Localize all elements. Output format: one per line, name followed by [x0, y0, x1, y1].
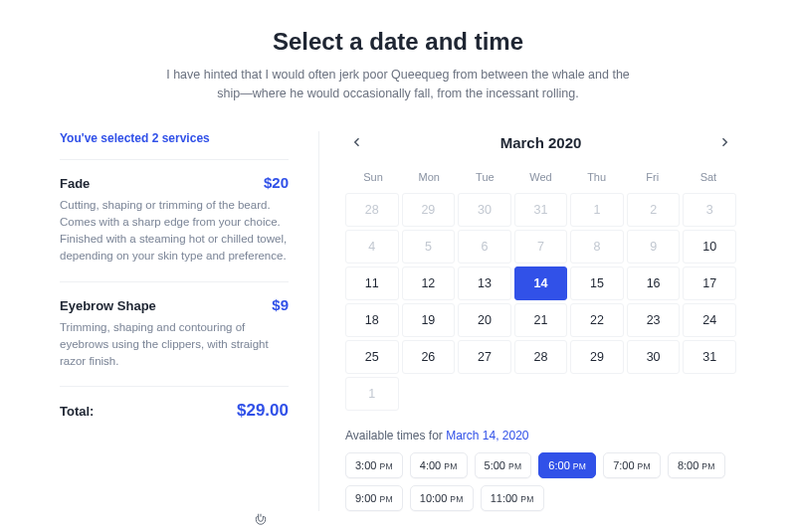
prev-month-button[interactable] — [345, 131, 369, 155]
calendar-day[interactable]: 24 — [683, 303, 736, 337]
time-slot-ampm: PM — [520, 494, 533, 504]
time-slot-time: 11:00 — [491, 492, 518, 504]
calendar-day[interactable]: 26 — [402, 340, 456, 374]
calendar-day[interactable]: 25 — [345, 340, 399, 374]
calendar-day: 6 — [458, 230, 511, 264]
service-price: $20 — [264, 174, 289, 191]
page-subtitle: I have hinted that I would often jerk po… — [159, 66, 637, 103]
time-slot-time: 7:00 — [613, 459, 634, 471]
calendar-day[interactable]: 28 — [514, 340, 568, 374]
calendar-day: 3 — [683, 193, 736, 227]
calendar-dow-label: Tue — [457, 167, 512, 187]
chevron-right-icon — [718, 134, 730, 152]
calendar-day[interactable]: 22 — [570, 303, 624, 337]
calendar-day[interactable]: 11 — [345, 266, 399, 300]
calendar-day[interactable]: 12 — [402, 266, 456, 300]
calendar-day: 1 — [345, 377, 399, 411]
calendar-dow-label: Thu — [569, 167, 625, 187]
time-slot[interactable]: 9:00PM — [345, 485, 403, 511]
calendar-day: 2 — [627, 193, 681, 227]
calendar-day[interactable]: 31 — [683, 340, 736, 374]
time-slot-ampm: PM — [379, 494, 392, 504]
time-slot[interactable]: 11:00PM — [481, 485, 544, 511]
page-title: Select a date and time — [60, 28, 736, 56]
summary-panel: You've selected 2 services Fade $20 Cutt… — [60, 131, 289, 511]
time-slot[interactable]: 10:00PM — [410, 485, 474, 511]
calendar-day[interactable]: 13 — [458, 266, 511, 300]
calendar-day: 7 — [514, 230, 568, 264]
time-slot-time: 3:00 — [355, 459, 376, 471]
service-desc: Trimming, shaping and contouring of eyeb… — [60, 319, 289, 371]
time-slot-ampm: PM — [638, 461, 651, 471]
time-slot-ampm: PM — [379, 461, 392, 471]
time-slot-ampm: PM — [450, 494, 463, 504]
time-slot-time: 10:00 — [420, 492, 448, 504]
time-slot-ampm: PM — [444, 461, 457, 471]
time-slot-time: 8:00 — [678, 459, 698, 471]
summary-heading: You've selected 2 services — [60, 131, 289, 160]
calendar-day: 1 — [570, 193, 624, 227]
calendar-day: 28 — [345, 193, 399, 227]
time-slot-time: 4:00 — [420, 459, 441, 471]
time-slot-ampm: PM — [573, 461, 586, 471]
calendar-day: 31 — [514, 193, 568, 227]
next-month-button[interactable] — [712, 131, 736, 155]
time-slot-ampm: PM — [508, 461, 521, 471]
calendar-panel: March 2020 SunMonTueWedThuFriSat 2829303… — [318, 131, 736, 511]
calendar-day[interactable]: 19 — [402, 303, 456, 337]
calendar-day[interactable]: 17 — [683, 266, 736, 300]
calendar-dow-label: Mon — [401, 167, 457, 187]
calendar-day[interactable]: 20 — [458, 303, 511, 337]
time-slot-ampm: PM — [701, 461, 714, 471]
calendar-day: 30 — [458, 193, 511, 227]
time-slot[interactable]: 6:00PM — [538, 452, 596, 478]
calendar-day[interactable]: 16 — [627, 266, 681, 300]
calendar-day[interactable]: 30 — [627, 340, 681, 374]
time-slot-time: 6:00 — [548, 459, 569, 471]
service-name: Fade — [60, 176, 90, 191]
time-slot[interactable]: 5:00PM — [475, 452, 532, 478]
calendar-day: 4 — [345, 230, 399, 264]
time-slot[interactable]: 7:00PM — [603, 452, 661, 478]
calendar-day[interactable]: 29 — [570, 340, 624, 374]
service-price: $9 — [272, 296, 289, 313]
calendar-day[interactable]: 18 — [345, 303, 399, 337]
time-slot[interactable]: 4:00PM — [410, 452, 468, 478]
calendar-dow-label: Sun — [345, 167, 401, 187]
cursor-pointer-icon — [254, 512, 268, 530]
time-slot-time: 5:00 — [485, 459, 505, 471]
calendar-day: 5 — [402, 230, 456, 264]
calendar-day: 8 — [570, 230, 624, 264]
calendar-day[interactable]: 21 — [514, 303, 568, 337]
total-label: Total: — [60, 404, 94, 419]
chevron-left-icon — [351, 134, 363, 152]
available-times-heading: Available times for March 14, 2020 — [345, 429, 736, 443]
calendar-dow-label: Sat — [681, 167, 736, 187]
calendar-day[interactable]: 14 — [514, 266, 568, 300]
service-item: Fade $20 Cutting, shaping or trimming of… — [60, 174, 289, 282]
selected-date-label: March 14, 2020 — [446, 429, 528, 443]
time-slot[interactable]: 8:00PM — [668, 452, 725, 478]
calendar-day[interactable]: 27 — [458, 340, 511, 374]
calendar-month-label: March 2020 — [500, 134, 582, 151]
service-item: Eyebrow Shape $9 Trimming, shaping and c… — [60, 296, 289, 388]
total-price: $29.00 — [237, 401, 289, 421]
calendar-day: 9 — [627, 230, 681, 264]
service-name: Eyebrow Shape — [60, 298, 156, 313]
calendar-day[interactable]: 10 — [683, 230, 736, 264]
calendar-dow-label: Fri — [625, 167, 681, 187]
calendar-dow-label: Wed — [512, 167, 568, 187]
calendar-day[interactable]: 15 — [570, 266, 624, 300]
calendar-day[interactable]: 23 — [627, 303, 681, 337]
service-desc: Cutting, shaping or trimming of the bear… — [60, 197, 289, 266]
calendar-day: 29 — [402, 193, 456, 227]
time-slot[interactable]: 3:00PM — [345, 452, 403, 478]
time-slot-time: 9:00 — [355, 492, 376, 504]
